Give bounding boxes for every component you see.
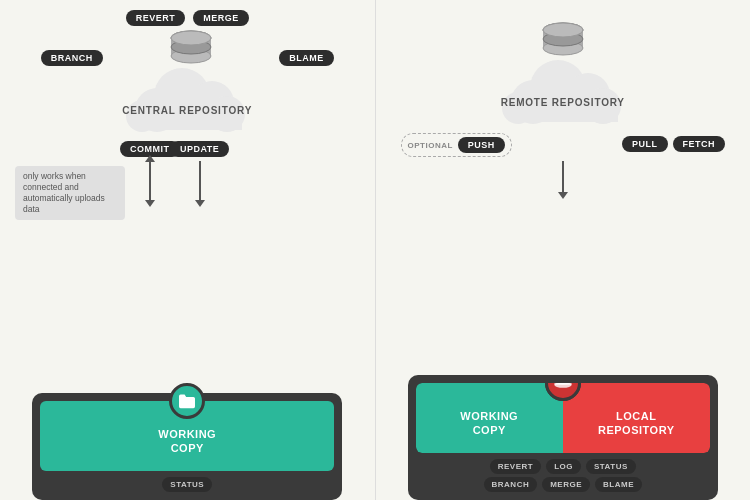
right-panel: REMOTE REPOSITORY OPTIONAL PUSH PULL FET… <box>376 0 751 500</box>
tag-merge-r: MERGE <box>542 477 590 492</box>
tag-merge: MERGE <box>193 10 249 26</box>
main-container: REVERT MERGE BRANCH BLAME <box>0 0 750 500</box>
cloud-right: REMOTE REPOSITORY <box>493 50 633 125</box>
tag-status-r: STATUS <box>586 459 636 474</box>
device-card-left: WORKINGCOPY STATUS <box>32 393 342 500</box>
device-bottom-left: STATUS <box>40 477 334 492</box>
split-screen: WORKINGCOPY LOCALREPOSITO <box>416 383 710 453</box>
pull-fetch-group: PULL FETCH <box>622 136 725 152</box>
working-copy-screen-right: WORKINGCOPY <box>416 383 563 453</box>
tag-blame-r: BLAME <box>595 477 642 492</box>
device-card-right: WORKINGCOPY LOCALREPOSITO <box>408 375 718 500</box>
optional-label: OPTIONAL <box>408 141 453 150</box>
device-bottom-right-row2: BRANCH MERGE BLAME <box>416 477 710 492</box>
push-pull-area: OPTIONAL PUSH PULL FETCH <box>391 133 736 201</box>
right-arrow <box>562 161 564 193</box>
central-repo-label: CENTRAL REPOSITORY <box>122 105 252 116</box>
svg-point-17 <box>543 23 583 37</box>
optional-dashed: OPTIONAL PUSH <box>401 133 512 157</box>
optional-push-group: OPTIONAL PUSH <box>401 133 512 157</box>
update-arrow: UPDATE <box>170 141 229 201</box>
note-box: only works when connected and automatica… <box>15 166 125 220</box>
top-tags-left: REVERT MERGE <box>15 10 360 26</box>
tag-revert-r: REVERT <box>490 459 541 474</box>
folder-icon-left <box>169 383 205 419</box>
svg-point-5 <box>171 31 211 45</box>
tag-update: UPDATE <box>170 141 229 157</box>
left-panel: REVERT MERGE BRANCH BLAME <box>0 0 376 500</box>
tag-blame: BLAME <box>279 50 334 66</box>
device-bottom-right-row1: REVERT LOG STATUS <box>416 459 710 474</box>
working-copy-label-right: WORKINGCOPY <box>460 409 518 438</box>
cloud-left: CENTRAL REPOSITORY <box>117 58 257 133</box>
tag-branch-r: BRANCH <box>484 477 538 492</box>
tag-push: PUSH <box>458 137 505 153</box>
working-copy-label-left: WORKINGCOPY <box>158 427 216 456</box>
working-copy-screen: WORKINGCOPY <box>40 401 334 471</box>
local-repo-screen: LOCALREPOSITORY <box>563 383 710 453</box>
tag-branch: BRANCH <box>41 50 103 66</box>
tag-log: LOG <box>546 459 581 474</box>
arrows-left: only works when connected and automatica… <box>15 141 360 211</box>
local-repo-label: LOCALREPOSITORY <box>598 409 675 438</box>
tag-pull: PULL <box>622 136 668 152</box>
tag-fetch: FETCH <box>673 136 726 152</box>
tag-revert: REVERT <box>126 10 186 26</box>
remote-repo-label: REMOTE REPOSITORY <box>501 97 625 108</box>
status-tag: STATUS <box>162 477 212 492</box>
